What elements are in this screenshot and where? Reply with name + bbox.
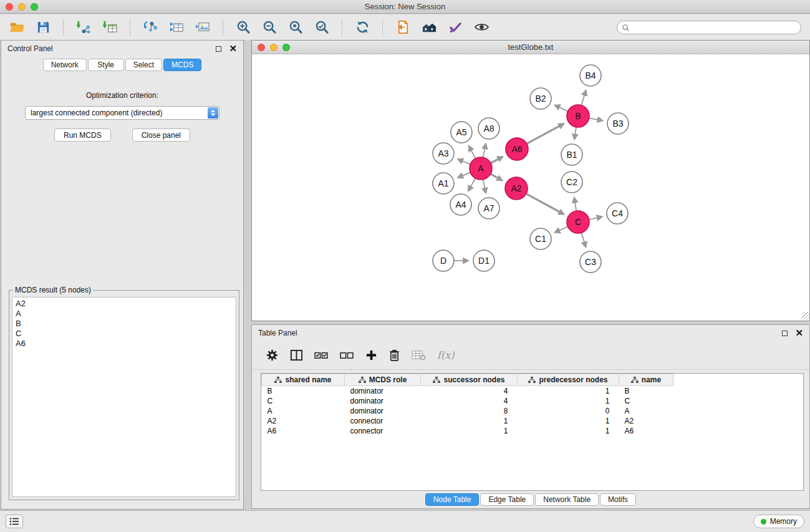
- graph-node-B1[interactable]: B1: [561, 144, 582, 165]
- graph-node-C1[interactable]: C1: [530, 228, 551, 249]
- graph-node-D1[interactable]: D1: [473, 250, 494, 271]
- graph-edge-A-A1[interactable]: [458, 173, 470, 178]
- open-icon[interactable]: [6, 18, 27, 37]
- graph-node-A2[interactable]: A2: [505, 177, 528, 200]
- graph-node-A3[interactable]: A3: [433, 143, 454, 164]
- graph-edge-B-B3[interactable]: [589, 118, 603, 120]
- table-cell[interactable]: A: [262, 406, 345, 416]
- table-cell[interactable]: C: [619, 396, 673, 406]
- delete-row-icon[interactable]: [388, 349, 400, 362]
- export-table-icon[interactable]: [166, 18, 187, 37]
- import-network-icon[interactable]: [73, 18, 94, 37]
- tab-edge-table[interactable]: Edge Table: [480, 493, 534, 506]
- table-cell[interactable]: 1: [421, 416, 518, 426]
- graph-edge-A-A2[interactable]: [491, 174, 503, 181]
- zoom-window-button[interactable]: [31, 3, 38, 11]
- column-header-MCDS-role[interactable]: MCDS role: [345, 374, 421, 386]
- graph-edge-C-C3[interactable]: [581, 233, 586, 247]
- graph-node-A1[interactable]: A1: [433, 173, 454, 194]
- tab-mcds[interactable]: MCDS: [163, 59, 201, 71]
- network-zoom-button[interactable]: [282, 44, 290, 51]
- task-history-button[interactable]: [6, 515, 23, 528]
- table-cell[interactable]: C: [262, 396, 345, 406]
- close-table-panel-icon[interactable]: ✕: [795, 329, 803, 337]
- tab-network[interactable]: Network: [43, 59, 87, 71]
- run-mcds-button[interactable]: Run MCDS: [54, 128, 111, 142]
- zoom-selected-icon[interactable]: [311, 18, 332, 37]
- close-panel-button[interactable]: Close panel: [132, 128, 190, 142]
- graph-node-C4[interactable]: C4: [607, 203, 628, 224]
- mcds-result-item[interactable]: A: [16, 309, 233, 319]
- table-row[interactable]: A2connector11A2: [262, 416, 804, 426]
- tab-motifs[interactable]: Motifs: [600, 493, 636, 506]
- table-cell[interactable]: 1: [421, 426, 518, 436]
- close-panel-icon[interactable]: ✕: [229, 45, 237, 52]
- table-cell[interactable]: 1: [518, 416, 619, 426]
- table-cell[interactable]: 0: [518, 406, 619, 416]
- table-cell[interactable]: A6: [619, 426, 673, 436]
- table-cell[interactable]: B: [619, 386, 673, 396]
- memory-button[interactable]: Memory: [753, 515, 804, 528]
- mcds-result-item[interactable]: A2: [16, 299, 233, 309]
- graph-node-C3[interactable]: C3: [580, 251, 601, 273]
- search-input[interactable]: [617, 21, 801, 34]
- close-window-button[interactable]: [6, 3, 13, 11]
- table-cell[interactable]: A6: [262, 426, 345, 436]
- tab-node-table[interactable]: Node Table: [425, 493, 480, 506]
- column-header-predecessor-nodes[interactable]: predecessor nodes: [518, 374, 619, 386]
- graph-edge-B-B4[interactable]: [581, 90, 586, 105]
- graph-edge-A-A8[interactable]: [483, 144, 486, 158]
- table-cell[interactable]: connector: [345, 416, 421, 426]
- table-cell[interactable]: A: [619, 406, 673, 416]
- graph-edge-C-C4[interactable]: [589, 216, 602, 220]
- delete-table-icon[interactable]: [412, 349, 426, 361]
- graph-edge-A-A4[interactable]: [468, 178, 475, 191]
- table-cell[interactable]: connector: [345, 426, 421, 436]
- table-cell[interactable]: 4: [421, 386, 518, 396]
- float-panel-icon[interactable]: [216, 46, 221, 52]
- graph-node-C[interactable]: C: [567, 211, 589, 233]
- column-header-successor-nodes[interactable]: successor nodes: [421, 374, 518, 386]
- tab-style[interactable]: Style: [88, 59, 124, 71]
- table-cell[interactable]: 4: [421, 396, 518, 406]
- optimization-criterion-dropdown[interactable]: largest connected component (directed): [25, 106, 219, 120]
- graph-node-C2[interactable]: C2: [561, 172, 582, 193]
- graph-node-A5[interactable]: A5: [451, 122, 472, 143]
- select-all-icon[interactable]: [314, 350, 329, 360]
- graph-node-B[interactable]: B: [567, 105, 589, 127]
- graph-edge-C-C1[interactable]: [555, 226, 568, 232]
- table-cell[interactable]: B: [262, 386, 345, 396]
- mcds-result-list[interactable]: A2ABCA6: [12, 297, 236, 497]
- graph-node-A8[interactable]: A8: [478, 118, 499, 139]
- network-canvas[interactable]: B4B2BB3A5A8A6A3B1AC2A1A2A4A7C4CC1C3DD1: [252, 54, 809, 320]
- float-table-panel-icon[interactable]: [782, 331, 788, 336]
- table-cell[interactable]: 8: [421, 406, 518, 416]
- mcds-result-item[interactable]: C: [16, 329, 233, 339]
- refresh-icon[interactable]: [352, 18, 373, 37]
- deselect-all-icon[interactable]: [340, 350, 354, 360]
- column-header-name[interactable]: name: [619, 374, 673, 386]
- graph-node-A6[interactable]: A6: [506, 138, 528, 160]
- graph-edge-A-A3[interactable]: [458, 159, 470, 164]
- graph-node-D[interactable]: D: [433, 250, 454, 271]
- home-icon[interactable]: [418, 18, 440, 37]
- column-icon[interactable]: [290, 349, 303, 362]
- clipboard-icon[interactable]: [392, 18, 413, 37]
- graph-edge-A2-C[interactable]: [526, 194, 564, 215]
- function-builder-icon[interactable]: f(x): [437, 349, 454, 361]
- table-cell[interactable]: 1: [518, 386, 619, 396]
- settings-gear-icon[interactable]: [266, 349, 279, 362]
- table-cell[interactable]: dominator: [345, 406, 421, 416]
- save-icon[interactable]: [32, 18, 54, 37]
- tab-network-table[interactable]: Network Table: [535, 493, 599, 506]
- graph-node-A7[interactable]: A7: [478, 198, 499, 219]
- table-row[interactable]: Cdominator41C: [262, 396, 804, 406]
- graph-node-A4[interactable]: A4: [450, 194, 471, 215]
- network-window-titlebar[interactable]: testGlobe.txt: [252, 41, 809, 54]
- table-cell[interactable]: A2: [262, 416, 345, 426]
- table-cell[interactable]: A2: [619, 416, 673, 426]
- graph-edge-A-A6[interactable]: [491, 157, 503, 163]
- graph-edge-B-B1[interactable]: [574, 127, 576, 140]
- mcds-result-item[interactable]: B: [16, 319, 233, 329]
- add-row-icon[interactable]: [365, 349, 377, 361]
